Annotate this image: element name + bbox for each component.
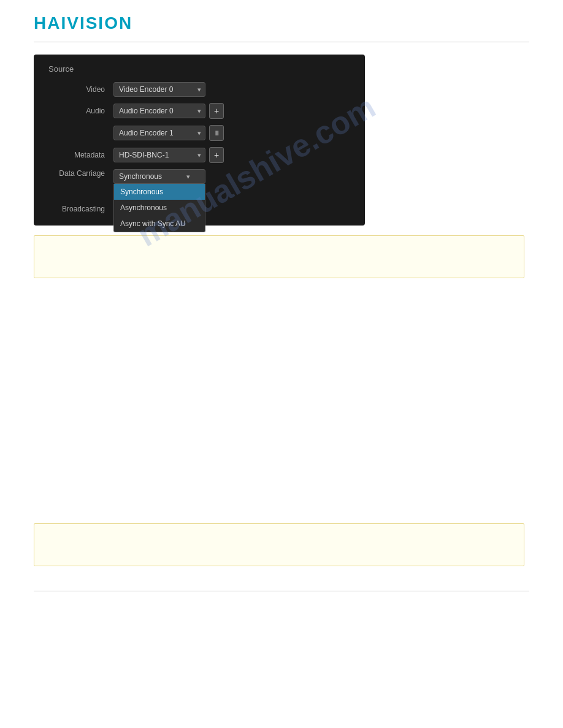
- data-carriage-trigger[interactable]: Synchronous: [113, 169, 205, 184]
- dropdown-item-async-sync-au[interactable]: Async with Sync AU: [114, 216, 205, 232]
- audio-row-1: Audio Audio Encoder 0 +: [46, 103, 353, 119]
- dropdown-item-asynchronous[interactable]: Asynchronous: [114, 200, 205, 216]
- note-box-1: [34, 235, 524, 278]
- metadata-select[interactable]: HD-SDI-BNC-1: [113, 148, 205, 162]
- logo-text: HAIVISION: [34, 13, 132, 33]
- add-metadata-button[interactable]: +: [209, 147, 224, 163]
- audio-row-2: Audio Encoder 1 ⏸: [46, 125, 353, 141]
- video-select[interactable]: Video Encoder 0: [113, 82, 205, 97]
- broadcasting-label: Broadcasting: [46, 205, 113, 213]
- metadata-control-wrap: HD-SDI-BNC-1 +: [113, 147, 224, 163]
- note-box-2: [34, 523, 524, 566]
- video-control-wrap: Video Encoder 0: [113, 82, 205, 97]
- audio-control-wrap-2: Audio Encoder 1 ⏸: [113, 125, 224, 141]
- audio-control-wrap-1: Audio Encoder 0 +: [113, 103, 224, 119]
- metadata-label: Metadata: [46, 151, 113, 159]
- remove-audio-button[interactable]: ⏸: [209, 125, 224, 141]
- source-section-title: Source: [46, 64, 353, 74]
- data-carriage-menu: Synchronous Asynchronous Async with Sync…: [113, 184, 205, 232]
- video-select-wrapper[interactable]: Video Encoder 0: [113, 82, 205, 97]
- audio-select-wrapper-1[interactable]: Audio Encoder 0: [113, 104, 205, 118]
- metadata-row: Metadata HD-SDI-BNC-1 +: [46, 147, 353, 163]
- video-label: Video: [46, 85, 113, 94]
- add-audio-button[interactable]: +: [209, 103, 224, 119]
- data-carriage-value: Synchronous: [119, 172, 162, 181]
- metadata-select-wrapper[interactable]: HD-SDI-BNC-1: [113, 148, 205, 162]
- header: HAIVISION: [0, 0, 563, 33]
- main-content: manualshive.com Source Video Video Encod…: [0, 42, 563, 578]
- audio-select-wrapper-2[interactable]: Audio Encoder 1: [113, 126, 205, 140]
- data-carriage-row: Data Carriage Synchronous Synchronous As…: [46, 169, 353, 184]
- dropdown-item-synchronous[interactable]: Synchronous: [114, 184, 205, 200]
- data-carriage-dropdown[interactable]: Synchronous Synchronous Asynchronous Asy…: [113, 169, 205, 184]
- video-row: Video Video Encoder 0: [46, 82, 353, 97]
- dark-panel: Source Video Video Encoder 0 Audio Audio…: [34, 55, 365, 226]
- audio-select-2[interactable]: Audio Encoder 1: [113, 126, 205, 140]
- audio-select-1[interactable]: Audio Encoder 0: [113, 104, 205, 118]
- audio-label: Audio: [46, 107, 113, 115]
- logo: HAIVISION: [34, 13, 529, 33]
- data-carriage-label: Data Carriage: [46, 169, 113, 178]
- footer-divider: [34, 591, 529, 591]
